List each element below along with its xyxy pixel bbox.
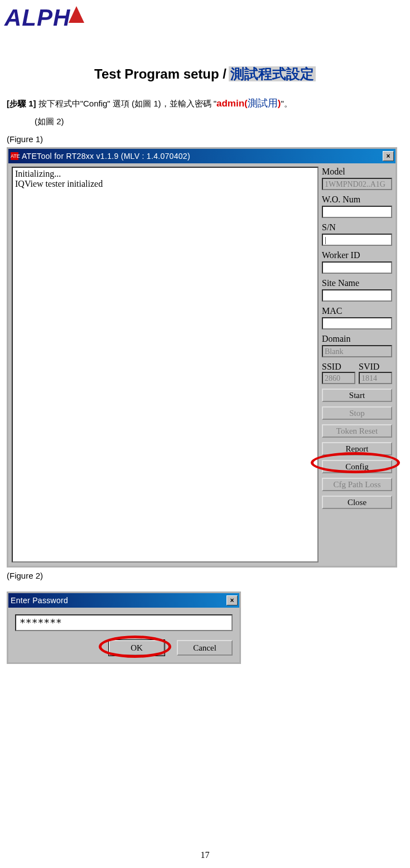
worker-label: Worker ID xyxy=(322,250,392,260)
mac-label: MAC xyxy=(322,306,392,316)
domain-input: Blank xyxy=(322,345,392,357)
step-label: [步驟 1] xyxy=(7,99,36,108)
password-window: Enter Password × ******* OK Cancel xyxy=(7,591,241,664)
model-input: 1WMPND02..A1G xyxy=(322,178,392,190)
step-1-instruction: [步驟 1] 按下程式中"Config" 選項 (如圖 1)，並輸入密碼 "ad… xyxy=(7,93,403,130)
side-panel: Model 1WMPND02..A1G W.O. Num S/N | Worke… xyxy=(322,167,392,562)
svid-input: 1814 xyxy=(359,372,392,384)
site-label: Site Name xyxy=(322,278,392,288)
titlebar: ATE ATETool for RT28xx v1.1.9 (MLV : 1.4… xyxy=(8,149,395,163)
page-number: 17 xyxy=(0,850,410,860)
console-line: Initializing... xyxy=(15,169,315,179)
token-reset-button: Token Reset xyxy=(322,424,392,438)
close-button[interactable]: Close xyxy=(322,496,392,509)
domain-label: Domain xyxy=(322,334,392,344)
svid-label: SVID xyxy=(359,362,392,372)
console-line: IQView tester initialized xyxy=(15,179,315,189)
sn-label: S/N xyxy=(322,222,392,232)
model-label: Model xyxy=(322,167,392,177)
ok-button[interactable]: OK xyxy=(109,640,165,656)
figure1-caption: (Figure 1) xyxy=(7,134,403,144)
sn-input[interactable]: | xyxy=(322,234,392,246)
ssid-input: 2860 xyxy=(322,372,355,384)
step-text-b: (如圖 2) xyxy=(35,117,64,126)
worker-input[interactable] xyxy=(322,261,392,274)
config-button[interactable]: Config xyxy=(322,460,392,473)
wo-input[interactable] xyxy=(322,206,392,218)
page-title: Test Program setup / 測試程式設定 xyxy=(0,65,410,83)
console-output: Initializing... IQView tester initialize… xyxy=(12,167,319,562)
password-title: Enter Password xyxy=(11,596,226,605)
admin-text: admin( xyxy=(216,98,248,109)
mac-input[interactable] xyxy=(322,317,392,329)
wo-label: W.O. Num xyxy=(322,195,392,205)
quote-end: "。 xyxy=(281,99,292,108)
password-titlebar: Enter Password × xyxy=(8,593,239,608)
close-icon[interactable]: × xyxy=(383,151,394,161)
title-en: Test Program setup / xyxy=(94,66,226,81)
step-text-a: 按下程式中"Config" 選項 (如圖 1)，並輸入密碼 " xyxy=(38,99,216,108)
app-icon: ATE xyxy=(11,152,18,160)
password-input[interactable]: ******* xyxy=(15,614,233,631)
atetool-window: ATE ATETool for RT28xx v1.1.9 (MLV : 1.4… xyxy=(7,147,397,568)
figure2-caption: (Figure 2) xyxy=(7,571,403,580)
cancel-button[interactable]: Cancel xyxy=(177,640,233,656)
alpha-logo: ALPH xyxy=(4,4,83,31)
close-icon[interactable]: × xyxy=(226,595,238,605)
admin-zh: 測試用 xyxy=(248,98,278,109)
start-button[interactable]: Start xyxy=(322,389,392,402)
ssid-label: SSID xyxy=(322,362,355,372)
stop-button: Stop xyxy=(322,406,392,420)
report-button[interactable]: Report xyxy=(322,442,392,455)
title-zh: 測試程式設定 xyxy=(229,66,316,81)
cfg-path-loss-button: Cfg Path Loss xyxy=(322,478,392,491)
site-input[interactable] xyxy=(322,289,392,302)
window-title: ATETool for RT28xx v1.1.9 (MLV : 1.4.070… xyxy=(22,152,383,161)
